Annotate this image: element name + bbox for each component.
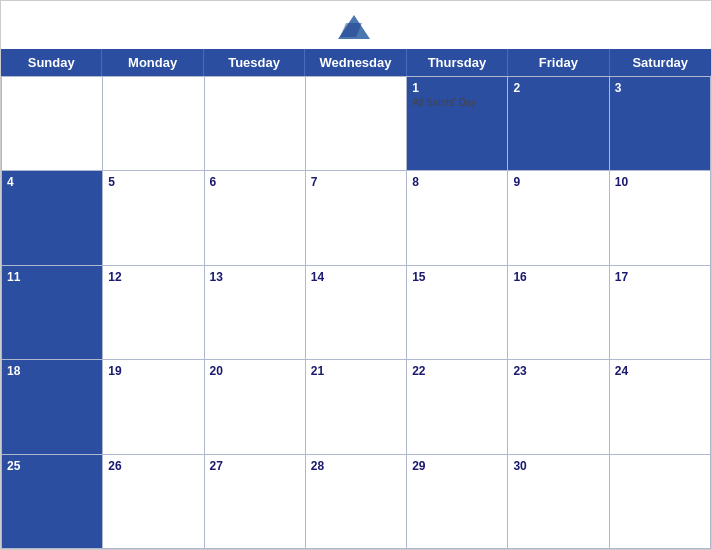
day-number: 12 [108,270,198,284]
day-cell: 2 [508,76,609,170]
day-number: 25 [7,459,97,473]
day-number: 7 [311,175,401,189]
calendar-grid: 1All Saints' Day234567891011121314151617… [1,76,711,549]
day-number: 29 [412,459,502,473]
weekday-tuesday: Tuesday [204,49,305,76]
day-cell: 8 [407,170,508,264]
day-number: 20 [210,364,300,378]
day-cell: 26 [103,454,204,548]
calendar-header [1,1,711,49]
day-cell: 11 [2,265,103,359]
day-cell: 3 [610,76,711,170]
day-number: 17 [615,270,705,284]
weekday-sunday: Sunday [1,49,102,76]
day-number: 3 [615,81,705,95]
day-number: 6 [210,175,300,189]
day-cell: 28 [306,454,407,548]
day-number: 22 [412,364,502,378]
day-cell: 30 [508,454,609,548]
day-number: 18 [7,364,97,378]
day-cell: 21 [306,359,407,453]
day-number: 23 [513,364,603,378]
weekdays-row: Sunday Monday Tuesday Wednesday Thursday… [1,49,711,76]
day-number: 14 [311,270,401,284]
day-cell: 12 [103,265,204,359]
day-cell: 4 [2,170,103,264]
day-number: 1 [412,81,502,95]
day-cell: 19 [103,359,204,453]
day-cell [306,76,407,170]
day-cell: 15 [407,265,508,359]
day-number: 4 [7,175,97,189]
day-number: 24 [615,364,705,378]
day-number: 28 [311,459,401,473]
day-number: 15 [412,270,502,284]
day-number: 13 [210,270,300,284]
day-cell: 23 [508,359,609,453]
day-cell [610,454,711,548]
day-number: 16 [513,270,603,284]
day-cell: 18 [2,359,103,453]
day-cell: 17 [610,265,711,359]
day-cell: 20 [205,359,306,453]
logo [336,13,376,41]
weekday-wednesday: Wednesday [305,49,406,76]
day-cell: 13 [205,265,306,359]
day-number: 8 [412,175,502,189]
day-cell: 5 [103,170,204,264]
day-number: 11 [7,270,97,284]
day-cell: 22 [407,359,508,453]
day-number: 27 [210,459,300,473]
day-cell: 24 [610,359,711,453]
day-number: 10 [615,175,705,189]
day-cell: 9 [508,170,609,264]
calendar-container: Sunday Monday Tuesday Wednesday Thursday… [0,0,712,550]
weekday-friday: Friday [508,49,609,76]
day-number: 21 [311,364,401,378]
event-label: All Saints' Day [412,97,502,108]
day-number: 19 [108,364,198,378]
day-cell: 1All Saints' Day [407,76,508,170]
day-cell: 29 [407,454,508,548]
day-cell [103,76,204,170]
day-cell: 7 [306,170,407,264]
day-cell [2,76,103,170]
day-number: 30 [513,459,603,473]
weekday-monday: Monday [102,49,203,76]
day-cell: 10 [610,170,711,264]
day-number: 9 [513,175,603,189]
day-cell [205,76,306,170]
weekday-saturday: Saturday [610,49,711,76]
day-number: 2 [513,81,603,95]
logo-icon [336,13,372,41]
day-number: 5 [108,175,198,189]
day-cell: 25 [2,454,103,548]
day-cell: 27 [205,454,306,548]
day-cell: 6 [205,170,306,264]
day-cell: 16 [508,265,609,359]
day-number: 26 [108,459,198,473]
weekday-thursday: Thursday [407,49,508,76]
day-cell: 14 [306,265,407,359]
